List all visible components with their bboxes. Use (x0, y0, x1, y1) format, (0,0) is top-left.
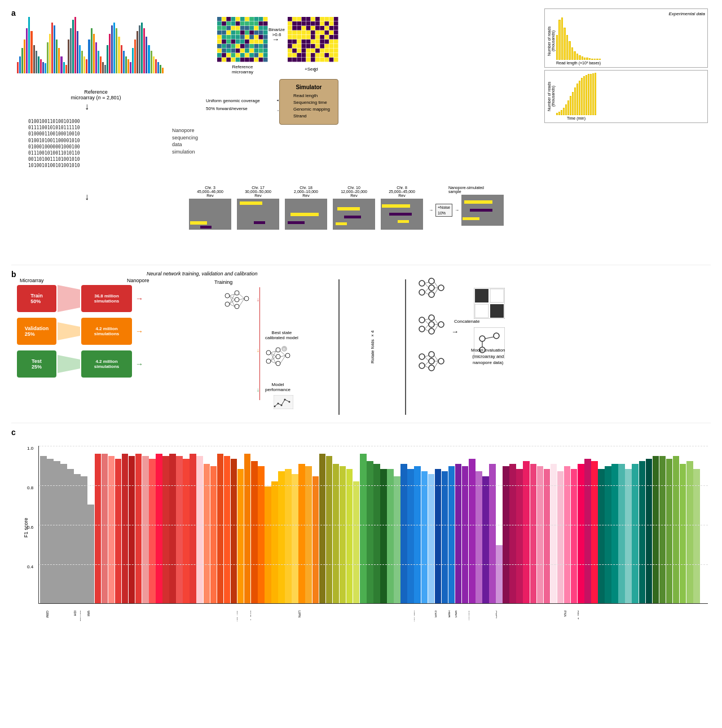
ref-microarray-label: Referencemicroarray (n = 2,801) (17, 89, 175, 100)
f1-bar-label-container: GBM_RTK_III (380, 607, 387, 646)
f1-bar (584, 459, 591, 604)
f1-bar (115, 459, 122, 604)
chr10-box: Chr. 10 12,000–20,000 Rev (333, 186, 375, 231)
f1-bar-label-container: LGG_MYB_MYB (516, 607, 523, 646)
f1-bar (428, 474, 435, 604)
f1-bar (557, 471, 564, 603)
f1-bar-label-container: PLEX_AD (612, 607, 619, 646)
f1-bar-label-container: SFT_HMPC (482, 607, 489, 646)
svg-line-18 (239, 294, 244, 299)
input-arrows-svg (205, 90, 281, 124)
f1-bar-label-container: WM (87, 607, 94, 646)
f1-bar-label-container: ATRT_TYR (108, 607, 115, 646)
f1-bar-label-container: PIN_T (578, 607, 584, 646)
svg-point-41 (281, 405, 283, 406)
f1-bar-label-container: ENB_B (258, 607, 265, 646)
f1-bar-label: CHGL (496, 611, 498, 619)
f1-bar (530, 464, 537, 604)
svg-line-65 (425, 324, 429, 329)
f1-labels: ADENOCPITGBMINFLAMHYPTHALPINEALIDHREACTW… (38, 607, 708, 646)
svg-line-29 (271, 353, 276, 363)
f1-bar (686, 461, 693, 603)
f1-bar-label-container: IDH (73, 607, 80, 646)
exp-chart-1: Experimental data Number of reads(thousa… (544, 8, 708, 68)
f1-chart (38, 446, 708, 604)
svg-line-14 (230, 296, 235, 306)
f1-bar (129, 456, 135, 603)
f1-bar-label-container: FIGH_IHG (503, 607, 509, 646)
svg-point-62 (438, 322, 444, 327)
f1-bar-label-container: LGG_SEGA (551, 607, 557, 646)
f1-bar-label-container: CPH_PAP (632, 607, 639, 646)
f1-bar (87, 505, 94, 604)
nn-r2 (417, 313, 446, 341)
f1-bar-label-container: PITAD_STH_A (680, 607, 686, 646)
f1-bar (360, 454, 367, 604)
f1-bar-label-container: SCHW_MEL (476, 607, 482, 646)
f1-bar-label-container: PLEX_PED_A (619, 607, 626, 646)
f1-bar (258, 466, 265, 603)
f1-bar (591, 461, 598, 603)
f1-bar-label-container: LIPN (298, 607, 305, 646)
validation-arrow: → (135, 327, 143, 336)
svg-rect-86 (475, 304, 488, 318)
f1-bar-label-container: PXA_PXA (571, 607, 578, 646)
f1-bar-label-container: CPH_ADM (639, 607, 646, 646)
f1-bar-label-container: DLGNT_DIENCEPH (244, 607, 250, 646)
f1-bar (224, 456, 231, 603)
svg-marker-4 (58, 322, 80, 340)
f1-bar (183, 459, 190, 604)
svg-line-54 (434, 282, 438, 288)
arrow-down-1: ↓ (85, 102, 89, 112)
binary-grid (288, 17, 338, 63)
svg-marker-5 (58, 355, 80, 373)
f1-bar-label-container: MELAN (414, 607, 421, 646)
f1-bar-label: LGG_IC (292, 611, 292, 622)
nanopore-label-b: Nanopore (127, 278, 149, 283)
f1-bar-label-container: EPN_PF_A (183, 607, 190, 646)
f1-bar-label-container: LGG_IC (292, 607, 298, 646)
svg-point-45 (419, 290, 425, 295)
f1-bar (646, 459, 653, 604)
f1-bar (340, 466, 346, 603)
f1-bar (551, 464, 557, 604)
f1-bar-label-container: MB_G3G4_G3 (135, 607, 142, 646)
svg-line-76 (425, 356, 429, 357)
svg-line-64 (425, 320, 429, 324)
f1-bar-label-container: PTPR_B (605, 607, 611, 646)
best-state-label: Best statecalibrated model (265, 330, 298, 340)
validation-sim-box: 4.2 millionsimulations (81, 318, 132, 345)
f1-bar (47, 459, 54, 604)
f1-bar-label-container: ENB_A (250, 607, 257, 646)
panel-c: c F1 score 1.0 0.8 0.6 0.4 ADENOCPITGBMI… (11, 423, 711, 717)
f1-bar-label-container: PITAD_STH (673, 607, 680, 646)
f1-bar (387, 469, 394, 604)
svg-line-52 (425, 288, 429, 292)
nn-icon-train (223, 287, 251, 315)
f1-bar-label-container: DMG_G (332, 607, 339, 646)
svg-line-77 (425, 357, 429, 361)
arrow-down-2: ↓ (85, 192, 89, 202)
svg-line-33 (280, 351, 285, 356)
f1-bar-label-container: HGNET_BCOR (128, 607, 135, 646)
f1-bar (400, 464, 407, 604)
model-eval-label: Model evaluation(microarray andnanopore … (471, 347, 505, 366)
f1-bar-label-container: GBM_RTK_I (367, 607, 373, 646)
sim-params: Read length Sequencing time Genomic mapp… (293, 93, 330, 120)
f1-bar (54, 461, 60, 603)
f1-bar-label-container: ADENOCPIT (39, 607, 46, 646)
train-funnel (58, 285, 80, 312)
f1-bar-label-container: PLASMA (407, 607, 414, 646)
validation-row: Validation25% 4.2 millionsimulations → (17, 318, 146, 345)
f1-bar-label-container: MB_SHH_INF (155, 607, 162, 646)
f1-bar-label-container: CN_CN (237, 607, 244, 646)
validation-label-box: Validation25% (17, 318, 56, 345)
f1-bar (455, 464, 462, 604)
svg-line-67 (434, 319, 438, 324)
svg-point-26 (285, 353, 290, 358)
f1-bar-label-container: GBM_G34 (339, 607, 346, 646)
f1-bar-label-container: HYPTHAL (60, 607, 67, 646)
svg-line-20 (239, 299, 244, 306)
panel-a-label: a (11, 8, 16, 17)
f1-bar-label: DMG_G (332, 611, 333, 622)
